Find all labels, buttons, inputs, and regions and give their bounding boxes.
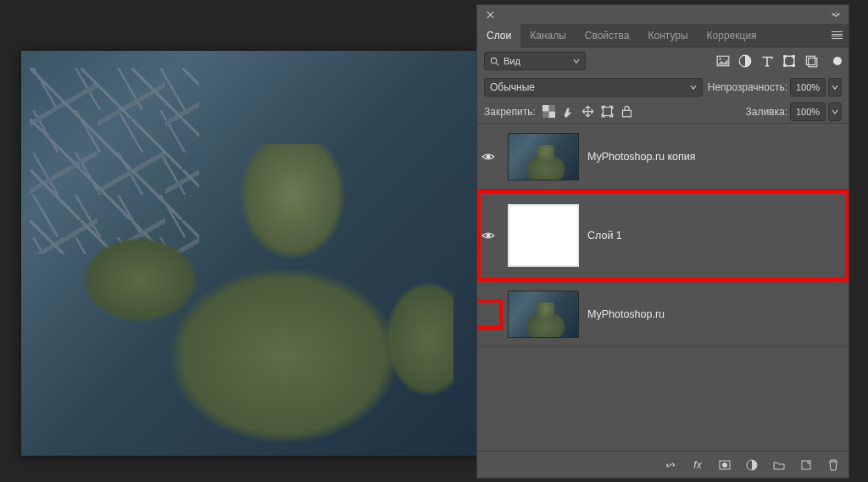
filter-row: Вид: [477, 47, 849, 75]
svg-rect-12: [548, 112, 555, 119]
svg-rect-9: [806, 56, 815, 64]
filter-label: Вид: [504, 56, 569, 66]
layer-thumbnail[interactable]: [508, 204, 579, 267]
svg-rect-23: [802, 461, 810, 469]
fill-chevron[interactable]: [828, 102, 842, 121]
tab-adjustments[interactable]: Коррекция: [698, 24, 766, 47]
svg-rect-13: [548, 105, 555, 112]
svg-point-18: [487, 233, 491, 237]
layer-row[interactable]: MyPhotoshop.ru: [477, 281, 849, 347]
filter-pixel-icon[interactable]: [716, 54, 730, 68]
filter-type-icon[interactable]: [760, 54, 774, 68]
close-icon[interactable]: [482, 7, 498, 22]
svg-rect-6: [792, 55, 794, 58]
opacity-value[interactable]: 100%: [790, 78, 826, 97]
lock-row: Закрепить: Заливка: 100%: [477, 100, 849, 124]
lock-pixels-icon[interactable]: [562, 105, 575, 118]
svg-rect-8: [792, 64, 794, 66]
filter-toggle[interactable]: [833, 57, 842, 65]
trash-icon[interactable]: [826, 458, 840, 472]
svg-point-17: [487, 154, 491, 158]
tab-layers[interactable]: Слои: [477, 24, 520, 47]
svg-rect-5: [783, 55, 786, 58]
visibility-highlight: [477, 302, 499, 326]
group-icon[interactable]: [772, 458, 786, 472]
tab-properties[interactable]: Свойства: [576, 24, 639, 47]
opacity-label: Непрозрачность:: [708, 81, 787, 93]
fill-group: Заливка: 100%: [745, 102, 842, 121]
svg-rect-15: [603, 108, 611, 116]
svg-rect-16: [622, 110, 631, 117]
blend-row: Обычные Непрозрачность: 100%: [477, 75, 849, 100]
lock-label: Закрепить:: [484, 106, 536, 118]
svg-point-0: [491, 58, 496, 63]
chevron-down-icon: [690, 84, 697, 91]
opacity-chevron[interactable]: [828, 78, 842, 97]
layer-name[interactable]: MyPhotoshop.ru: [587, 308, 665, 320]
svg-rect-11: [542, 105, 549, 112]
svg-rect-14: [542, 112, 549, 119]
image-content: [72, 144, 453, 456]
layer-name[interactable]: MyPhotoshop.ru копия: [587, 151, 696, 163]
panel-menu-icon[interactable]: [825, 24, 849, 47]
link-icon[interactable]: [664, 458, 677, 472]
svg-point-21: [722, 463, 727, 468]
layer-thumbnail[interactable]: [508, 291, 579, 338]
fill-label: Заливка:: [745, 106, 787, 118]
tab-paths[interactable]: Контуры: [638, 24, 697, 47]
lock-transparency-icon[interactable]: [542, 105, 555, 118]
lock-artboard-icon[interactable]: [601, 105, 614, 118]
svg-rect-7: [783, 64, 786, 66]
panel-tabs: Слои Каналы Свойства Контуры Коррекция: [477, 24, 849, 47]
collapse-icon[interactable]: [828, 7, 843, 22]
search-icon: [490, 57, 499, 66]
layers-panel: Слои Каналы Свойства Контуры Коррекция В…: [476, 4, 849, 479]
blend-mode-label: Обычные: [490, 81, 690, 93]
svg-point-2: [719, 58, 721, 60]
layer-row[interactable]: MyPhotoshop.ru копия: [477, 124, 849, 190]
layer-thumbnail[interactable]: [508, 133, 579, 180]
opacity-group: Непрозрачность: 100%: [708, 78, 842, 97]
tab-channels[interactable]: Каналы: [520, 24, 576, 47]
adjustment-icon[interactable]: [745, 458, 759, 472]
layer-name[interactable]: Слой 1: [587, 230, 622, 241]
blend-mode-select[interactable]: Обычные: [484, 78, 703, 97]
visibility-icon[interactable]: [481, 230, 495, 241]
filter-smart-icon[interactable]: [804, 54, 818, 68]
new-layer-icon[interactable]: [799, 458, 813, 472]
filter-adjustment-icon[interactable]: [738, 54, 752, 68]
visibility-icon[interactable]: [481, 152, 495, 162]
chevron-down-icon: [573, 58, 580, 64]
mask-icon[interactable]: [718, 458, 732, 472]
lock-position-icon[interactable]: [581, 105, 594, 118]
layer-list: MyPhotoshop.ru копия Слой 1 MyPhot: [477, 124, 849, 451]
lock-all-icon[interactable]: [620, 105, 633, 118]
filter-type-select[interactable]: Вид: [484, 52, 586, 70]
canvas-image[interactable]: [21, 51, 477, 456]
filter-shape-icon[interactable]: [782, 54, 796, 68]
fx-icon[interactable]: fx: [691, 458, 704, 472]
panel-header: [477, 5, 849, 24]
panel-footer: fx: [477, 451, 849, 478]
fill-value[interactable]: 100%: [790, 102, 826, 121]
svg-rect-10: [809, 58, 817, 67]
layer-row[interactable]: Слой 1: [477, 190, 849, 281]
